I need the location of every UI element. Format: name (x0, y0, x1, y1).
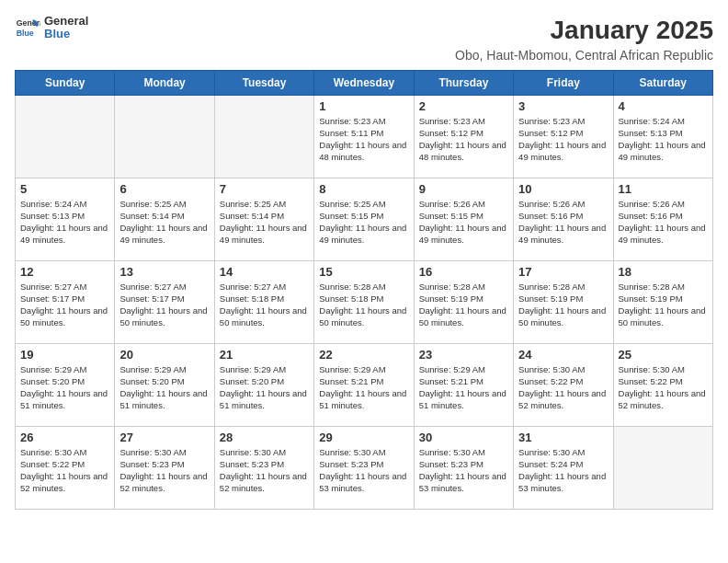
day-info: Sunrise: 5:28 AM Sunset: 5:19 PM Dayligh… (419, 281, 508, 329)
day-info: Sunrise: 5:29 AM Sunset: 5:20 PM Dayligh… (119, 363, 209, 412)
day-info: Sunrise: 5:30 AM Sunset: 5:22 PM Dayligh… (20, 446, 109, 495)
day-info: Sunrise: 5:29 AM Sunset: 5:20 PM Dayligh… (20, 363, 109, 412)
day-info: Sunrise: 5:28 AM Sunset: 5:18 PM Dayligh… (319, 281, 408, 329)
day-info: Sunrise: 5:30 AM Sunset: 5:23 PM Dayligh… (220, 446, 309, 495)
day-info: Sunrise: 5:25 AM Sunset: 5:14 PM Dayligh… (119, 198, 209, 247)
day-number: 26 (20, 431, 109, 444)
week-row-5: 26Sunrise: 5:30 AM Sunset: 5:22 PM Dayli… (16, 426, 713, 509)
day-number: 2 (419, 99, 508, 113)
logo-icon: General Blue (15, 15, 40, 40)
header-row: SundayMondayTuesdayWednesdayThursdayFrid… (16, 70, 713, 95)
calendar-cell: 28Sunrise: 5:30 AM Sunset: 5:23 PM Dayli… (214, 426, 313, 509)
calendar-cell: 9Sunrise: 5:26 AM Sunset: 5:15 PM Daylig… (414, 178, 513, 260)
calendar-cell (16, 95, 115, 178)
day-info: Sunrise: 5:27 AM Sunset: 5:17 PM Dayligh… (20, 281, 109, 329)
calendar-cell (115, 95, 214, 178)
calendar-cell: 13Sunrise: 5:27 AM Sunset: 5:17 PM Dayli… (115, 260, 214, 343)
calendar-cell: 31Sunrise: 5:30 AM Sunset: 5:24 PM Dayli… (514, 426, 613, 509)
day-info: Sunrise: 5:30 AM Sunset: 5:23 PM Dayligh… (119, 446, 209, 495)
day-number: 25 (619, 348, 708, 362)
day-info: Sunrise: 5:23 AM Sunset: 5:12 PM Dayligh… (518, 115, 608, 164)
day-number: 28 (220, 431, 309, 444)
day-info: Sunrise: 5:28 AM Sunset: 5:19 PM Dayligh… (619, 281, 708, 329)
calendar-cell: 8Sunrise: 5:25 AM Sunset: 5:15 PM Daylig… (314, 178, 414, 260)
day-number: 30 (419, 431, 508, 444)
day-number: 11 (619, 182, 708, 196)
calendar-cell: 10Sunrise: 5:26 AM Sunset: 5:16 PM Dayli… (514, 178, 613, 260)
day-info: Sunrise: 5:24 AM Sunset: 5:13 PM Dayligh… (619, 115, 708, 164)
day-number: 18 (619, 265, 708, 279)
day-info: Sunrise: 5:25 AM Sunset: 5:15 PM Dayligh… (319, 198, 408, 247)
calendar-cell: 11Sunrise: 5:26 AM Sunset: 5:16 PM Dayli… (613, 178, 712, 260)
day-number: 15 (319, 265, 408, 279)
day-info: Sunrise: 5:29 AM Sunset: 5:20 PM Dayligh… (220, 363, 309, 412)
calendar-cell: 20Sunrise: 5:29 AM Sunset: 5:20 PM Dayli… (115, 343, 214, 426)
title-area: January 2025 Obo, Haut-Mbomou, Central A… (88, 15, 713, 63)
day-number: 8 (319, 182, 408, 196)
day-number: 27 (119, 431, 209, 444)
day-info: Sunrise: 5:24 AM Sunset: 5:13 PM Dayligh… (20, 198, 109, 247)
col-header-sunday: Sunday (16, 70, 115, 95)
day-info: Sunrise: 5:23 AM Sunset: 5:11 PM Dayligh… (319, 115, 408, 164)
day-info: Sunrise: 5:27 AM Sunset: 5:18 PM Dayligh… (220, 281, 309, 329)
col-header-saturday: Saturday (613, 70, 712, 95)
calendar-cell: 4Sunrise: 5:24 AM Sunset: 5:13 PM Daylig… (613, 95, 712, 178)
day-number: 7 (220, 182, 309, 196)
day-number: 12 (20, 265, 109, 279)
logo-text-blue: Blue (44, 28, 88, 40)
calendar-cell: 12Sunrise: 5:27 AM Sunset: 5:17 PM Dayli… (16, 260, 115, 343)
week-row-4: 19Sunrise: 5:29 AM Sunset: 5:20 PM Dayli… (16, 343, 713, 426)
day-number: 17 (518, 265, 608, 279)
day-info: Sunrise: 5:29 AM Sunset: 5:21 PM Dayligh… (419, 363, 508, 412)
day-number: 21 (220, 348, 309, 362)
logo-text-general: General (44, 15, 88, 28)
day-number: 19 (20, 348, 109, 362)
calendar-cell: 16Sunrise: 5:28 AM Sunset: 5:19 PM Dayli… (414, 260, 513, 343)
week-row-3: 12Sunrise: 5:27 AM Sunset: 5:17 PM Dayli… (16, 260, 713, 343)
day-info: Sunrise: 5:25 AM Sunset: 5:14 PM Dayligh… (220, 198, 309, 247)
calendar-cell: 17Sunrise: 5:28 AM Sunset: 5:19 PM Dayli… (514, 260, 613, 343)
col-header-thursday: Thursday (414, 70, 513, 95)
day-info: Sunrise: 5:28 AM Sunset: 5:19 PM Dayligh… (518, 281, 608, 329)
day-number: 10 (518, 182, 608, 196)
col-header-wednesday: Wednesday (314, 70, 414, 95)
day-info: Sunrise: 5:30 AM Sunset: 5:24 PM Dayligh… (518, 446, 608, 495)
calendar-cell: 22Sunrise: 5:29 AM Sunset: 5:21 PM Dayli… (314, 343, 414, 426)
day-info: Sunrise: 5:30 AM Sunset: 5:23 PM Dayligh… (319, 446, 408, 495)
week-row-1: 1Sunrise: 5:23 AM Sunset: 5:11 PM Daylig… (16, 95, 713, 178)
day-number: 16 (419, 265, 508, 279)
day-info: Sunrise: 5:27 AM Sunset: 5:17 PM Dayligh… (119, 281, 209, 329)
calendar-cell: 6Sunrise: 5:25 AM Sunset: 5:14 PM Daylig… (115, 178, 214, 260)
day-number: 24 (518, 348, 608, 362)
svg-text:Blue: Blue (17, 29, 34, 38)
day-number: 31 (518, 431, 608, 444)
calendar-cell: 14Sunrise: 5:27 AM Sunset: 5:18 PM Dayli… (214, 260, 313, 343)
calendar-cell: 3Sunrise: 5:23 AM Sunset: 5:12 PM Daylig… (514, 95, 613, 178)
calendar-cell: 23Sunrise: 5:29 AM Sunset: 5:21 PM Dayli… (414, 343, 513, 426)
calendar-cell: 27Sunrise: 5:30 AM Sunset: 5:23 PM Dayli… (115, 426, 214, 509)
calendar-cell: 21Sunrise: 5:29 AM Sunset: 5:20 PM Dayli… (214, 343, 313, 426)
page-header: General Blue General Blue January 2025 O… (15, 15, 713, 63)
day-info: Sunrise: 5:26 AM Sunset: 5:15 PM Dayligh… (419, 198, 508, 247)
day-number: 1 (319, 99, 408, 113)
calendar-cell: 7Sunrise: 5:25 AM Sunset: 5:14 PM Daylig… (214, 178, 313, 260)
day-info: Sunrise: 5:29 AM Sunset: 5:21 PM Dayligh… (319, 363, 408, 412)
calendar-cell: 24Sunrise: 5:30 AM Sunset: 5:22 PM Dayli… (514, 343, 613, 426)
calendar-cell: 25Sunrise: 5:30 AM Sunset: 5:22 PM Dayli… (613, 343, 712, 426)
day-number: 3 (518, 99, 608, 113)
day-number: 14 (220, 265, 309, 279)
calendar-cell: 15Sunrise: 5:28 AM Sunset: 5:18 PM Dayli… (314, 260, 414, 343)
day-number: 23 (419, 348, 508, 362)
col-header-tuesday: Tuesday (214, 70, 313, 95)
day-info: Sunrise: 5:30 AM Sunset: 5:23 PM Dayligh… (419, 446, 508, 495)
calendar-table: SundayMondayTuesdayWednesdayThursdayFrid… (15, 70, 713, 510)
day-number: 5 (20, 182, 109, 196)
calendar-cell: 19Sunrise: 5:29 AM Sunset: 5:20 PM Dayli… (16, 343, 115, 426)
day-number: 9 (419, 182, 508, 196)
day-info: Sunrise: 5:30 AM Sunset: 5:22 PM Dayligh… (518, 363, 608, 412)
day-info: Sunrise: 5:26 AM Sunset: 5:16 PM Dayligh… (619, 198, 708, 247)
col-header-friday: Friday (514, 70, 613, 95)
calendar-cell: 30Sunrise: 5:30 AM Sunset: 5:23 PM Dayli… (414, 426, 513, 509)
day-number: 29 (319, 431, 408, 444)
day-number: 13 (119, 265, 209, 279)
